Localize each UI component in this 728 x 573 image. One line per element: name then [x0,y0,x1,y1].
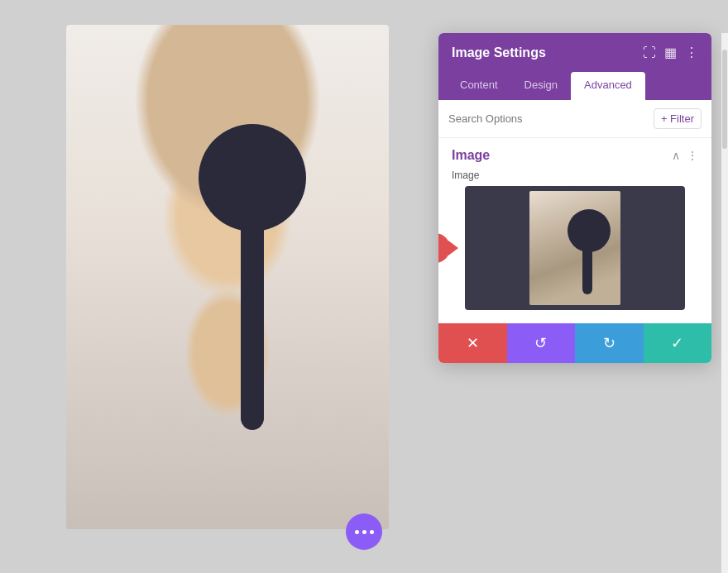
tab-advanced[interactable]: Advanced [571,72,645,100]
search-input[interactable] [448,112,654,125]
dot-1 [355,530,359,534]
person-photo [66,25,389,529]
tab-content[interactable]: Content [447,72,511,100]
cancel-icon: ✕ [467,334,479,352]
tabs-bar: Content Design Advanced [438,72,711,100]
dot-3 [370,530,374,534]
spoon-handle [241,198,264,430]
image-preview-area[interactable] [465,186,685,310]
scrollbar [721,33,728,573]
preview-thumbnail [529,191,620,305]
action-buttons: ✕ ↺ ↻ ✓ [438,323,711,363]
scrollbar-thumb[interactable] [722,50,727,149]
settings-panel: Image Settings ⛶ ▦ ⋮ Content Design Adva… [438,33,711,363]
section-icons: ∧ ⋮ [672,149,698,162]
section-more-icon[interactable]: ⋮ [687,149,698,162]
preview-spoon-handle [582,236,592,294]
three-dots-button[interactable] [346,513,382,550]
image-preview-wrapper: 1 [452,186,698,310]
grid-icon[interactable]: ▦ [664,45,677,60]
search-bar: + Filter [438,100,711,138]
cancel-button[interactable]: ✕ [438,323,507,363]
canvas-area: Image Settings ⛶ ▦ ⋮ Content Design Adva… [0,0,728,573]
dot-2 [362,530,366,534]
panel-header-icons: ⛶ ▦ ⋮ [643,45,698,60]
undo-button[interactable]: ↺ [507,323,576,363]
spoon-object [199,124,306,438]
undo-icon: ↺ [534,334,547,352]
expand-icon[interactable]: ⛶ [643,45,656,60]
section-title: Image [452,148,490,163]
redo-button[interactable]: ↻ [575,323,644,363]
redo-icon: ↻ [603,334,615,352]
filter-button[interactable]: + Filter [654,108,702,129]
panel-title: Image Settings [452,45,546,60]
photo-container [66,25,389,529]
tab-design[interactable]: Design [511,72,571,100]
collapse-icon[interactable]: ∧ [672,149,680,162]
section-header: Image ∧ ⋮ [438,138,711,170]
more-icon[interactable]: ⋮ [685,45,698,60]
panel-header: Image Settings ⛶ ▦ ⋮ [438,33,711,72]
step-indicator: 1 [438,233,450,263]
confirm-button[interactable]: ✓ [644,323,712,363]
image-field-label: Image [438,170,711,186]
confirm-icon: ✓ [671,334,683,352]
